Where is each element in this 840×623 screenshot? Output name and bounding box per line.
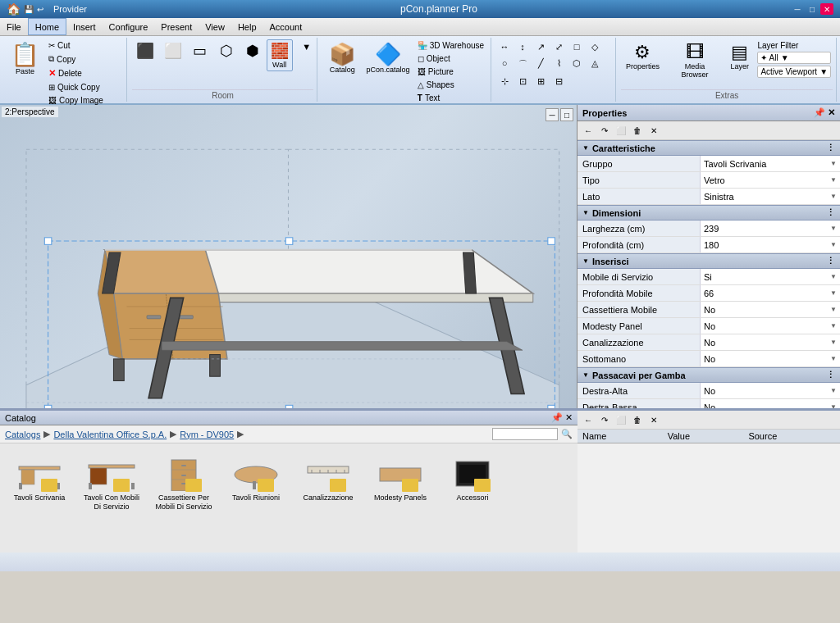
prop-value-profondita-mobile[interactable]: 66 ▼ <box>701 285 840 301</box>
catalog-item-cassettiere[interactable]: Cassettiere Per Mobili Di Servizio <box>151 448 217 548</box>
viewport-canvas[interactable] <box>0 105 577 408</box>
menu-file[interactable]: File <box>0 18 28 35</box>
draw-tool-7[interactable]: ○ <box>496 56 513 73</box>
draw-tool-14[interactable]: ⊡ <box>514 74 531 89</box>
media-browser-button[interactable]: 🎞 Media Browser <box>666 39 724 83</box>
props-tool-2[interactable]: ↷ <box>597 123 612 138</box>
menu-present[interactable]: Present <box>154 18 199 35</box>
menu-view[interactable]: View <box>199 18 231 35</box>
copy-button[interactable]: ⧉ Copy <box>45 52 123 66</box>
draw-tool-3[interactable]: ↗ <box>532 39 549 55</box>
catalog-item-tavoli-scrivania[interactable]: Tavoli Scrivania <box>7 448 72 548</box>
properties-scroll[interactable]: ▼ Caratteristiche ⋮ Gruppo Tavoli Scriva… <box>578 140 840 408</box>
room-dropdown[interactable]: ▼ <box>294 39 319 54</box>
pcon-catalog-button[interactable]: 🔷 pCon.catalog <box>363 39 413 78</box>
draw-tool-9[interactable]: ╱ <box>532 56 549 73</box>
warehouse-button[interactable]: 🏪 3D Warehouse <box>414 39 487 52</box>
prop-value-mobile-servizio[interactable]: Si ▼ <box>701 269 840 284</box>
picture-button[interactable]: 🖼 Picture <box>414 66 487 78</box>
room-btn-1[interactable]: ⬛ <box>132 39 158 62</box>
draw-tool-11[interactable]: ⬡ <box>568 56 585 73</box>
text-button[interactable]: T Text <box>414 92 487 104</box>
menu-account[interactable]: Account <box>263 18 309 35</box>
draw-tool-13[interactable]: ⊹ <box>496 74 513 89</box>
catalog-path-root[interactable]: Catalogs <box>5 430 40 439</box>
quick-access-save[interactable]: 💾 <box>24 5 34 14</box>
catalog-item-tavoli-riunioni[interactable]: Tavoli Riunioni <box>223 448 289 548</box>
room-btn-3[interactable]: ▭ <box>188 39 212 62</box>
lower-right-tool-5[interactable]: ✕ <box>646 412 661 427</box>
catalog-item-modesty[interactable]: Modesty Panels <box>368 448 433 548</box>
close-button[interactable]: ✕ <box>820 3 833 15</box>
menu-insert[interactable]: Insert <box>66 18 103 35</box>
draw-tool-1[interactable]: ↔ <box>496 39 513 55</box>
room-btn-4[interactable]: ⬡ <box>214 39 239 62</box>
prop-value-sottomano[interactable]: No ▼ <box>701 351 840 366</box>
prop-value-larghezza[interactable]: 239 ▼ <box>701 221 840 236</box>
props-tool-3[interactable]: ⬜ <box>614 123 628 138</box>
maximize-button[interactable]: □ <box>806 3 819 15</box>
quick-copy-button[interactable]: ⊞ Quick Copy <box>45 81 123 93</box>
catalog-button[interactable]: 📦 Catalog <box>322 39 362 78</box>
minimize-button[interactable]: ─ <box>791 3 804 15</box>
draw-tool-12[interactable]: ◬ <box>587 56 603 73</box>
draw-tool-5[interactable]: □ <box>568 39 585 55</box>
draw-tool-8[interactable]: ⌒ <box>514 56 531 73</box>
room-btn-2[interactable]: ⬜ <box>160 39 186 62</box>
lower-right-tool-4[interactable]: 🗑 <box>630 412 645 427</box>
viewport-maximize[interactable]: □ <box>560 108 573 121</box>
lower-right-tool-1[interactable]: ← <box>581 412 596 427</box>
quick-access-undo[interactable]: ↩ <box>37 5 43 14</box>
room-btn-5[interactable]: ⬢ <box>240 39 265 62</box>
section-caratteristiche[interactable]: ▼ Caratteristiche ⋮ <box>578 140 840 156</box>
props-tool-1[interactable]: ← <box>581 123 596 138</box>
catalog-search-input[interactable] <box>492 428 558 440</box>
cut-button[interactable]: ✂ Cut <box>45 39 123 52</box>
draw-tool-6[interactable]: ◇ <box>587 39 603 55</box>
viewport-minimize[interactable]: ─ <box>546 108 559 121</box>
object-button[interactable]: ◻ Object <box>414 52 487 65</box>
props-tool-4[interactable]: 🗑 <box>630 123 645 138</box>
prop-value-cassettiera[interactable]: No ▼ <box>701 302 840 317</box>
menu-configure[interactable]: Configure <box>103 18 155 35</box>
catalog-close[interactable]: ✕ <box>565 412 573 423</box>
paste-button[interactable]: 📋 Paste <box>7 39 43 80</box>
prop-value-lato[interactable]: Sinistra ▼ <box>701 189 840 204</box>
prop-value-profondita[interactable]: 180 ▼ <box>701 237 840 252</box>
menu-help[interactable]: Help <box>231 18 263 35</box>
delete-button[interactable]: ✕ Delete <box>45 66 123 80</box>
draw-tool-15[interactable]: ⊞ <box>532 74 549 89</box>
catalog-pin[interactable]: 📌 <box>551 412 563 423</box>
wall-button[interactable]: 🧱 Wall <box>267 39 293 71</box>
layer-filter-all[interactable]: ✦ All ▼ <box>757 52 831 64</box>
prop-value-modesty[interactable]: No ▼ <box>701 318 840 334</box>
layer-button[interactable]: ▤ Layer <box>725 39 754 75</box>
prop-value-gruppo[interactable]: Tavoli Scrivania ▼ <box>701 156 840 171</box>
shapes-button[interactable]: △ Shapes <box>414 79 487 91</box>
prop-value-destra-alta[interactable]: No ▼ <box>701 383 840 398</box>
catalog-path-brand[interactable]: Della Valentina Office S.p.A. <box>53 430 167 439</box>
catalog-item-tavoli-mobili[interactable]: Tavoli Con Mobili Di Servizio <box>79 448 144 548</box>
section-passacavi[interactable]: ▼ Passacavi per Gamba ⋮ <box>578 367 840 383</box>
catalog-path-model[interactable]: Rym - DV905 <box>180 430 234 439</box>
catalog-item-canalizzazione[interactable]: Canalizzazione <box>295 448 361 548</box>
properties-ribbon-button[interactable]: ⚙ Properties <box>621 39 664 75</box>
section-inserisci[interactable]: ▼ Inserisci ⋮ <box>578 253 840 269</box>
draw-tool-2[interactable]: ↕ <box>514 39 531 55</box>
draw-tool-10[interactable]: ⌇ <box>550 56 567 73</box>
catalog-search-icon[interactable]: 🔍 <box>561 429 573 439</box>
draw-tool-16[interactable]: ⊟ <box>550 74 567 89</box>
section-dimensioni[interactable]: ▼ Dimensioni ⋮ <box>578 205 840 221</box>
props-tool-5[interactable]: ✕ <box>646 123 661 138</box>
lower-right-tool-3[interactable]: ⬜ <box>614 412 628 427</box>
catalog-item-accessori[interactable]: Accessori <box>440 448 505 548</box>
active-viewport-filter[interactable]: Active Viewport ▼ <box>757 66 831 78</box>
properties-close[interactable]: ✕ <box>828 107 835 118</box>
lower-right-tool-2[interactable]: ↷ <box>597 412 612 427</box>
prop-value-canalizzazione[interactable]: No ▼ <box>701 334 840 350</box>
prop-value-destra-bassa[interactable]: No ▼ <box>701 399 840 408</box>
menu-home[interactable]: Home <box>28 18 66 35</box>
draw-tool-4[interactable]: ⤢ <box>550 39 567 55</box>
prop-value-tipo[interactable]: Vetro ▼ <box>701 172 840 188</box>
properties-pin[interactable]: 📌 <box>814 107 825 118</box>
